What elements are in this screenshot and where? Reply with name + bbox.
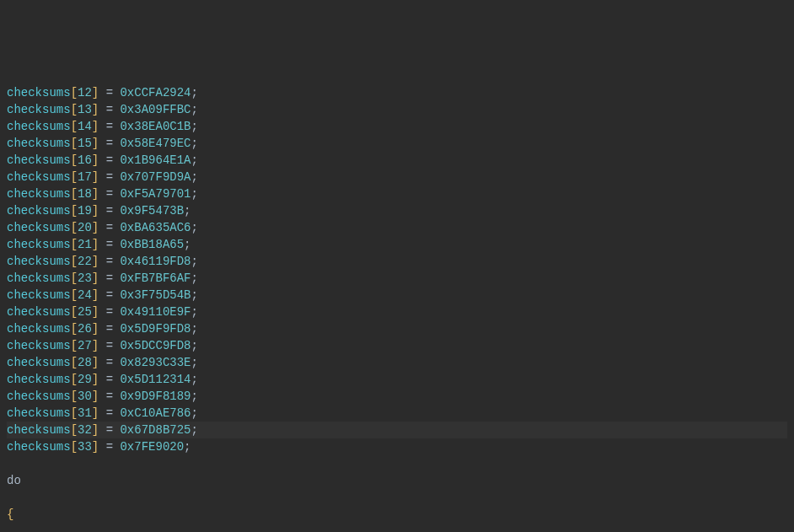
code-line: { [7,506,787,523]
hex-value: 0x1B964E1A [120,153,190,167]
hex-value: 0x707F9D9A [120,170,190,184]
index-number: 15 [78,137,92,150]
code-line: checksums[17] = 0x707F9D9A; [7,169,787,185]
bracket: ] [92,137,99,150]
bracket: [ [71,440,78,454]
index-number: 28 [78,356,92,369]
code-line: checksums[15] = 0x58E479EC; [7,135,787,152]
semicolon: ; [190,170,197,184]
code-line: checksums[31] = 0xC10AE786; [7,405,787,422]
hex-value: 0x46119FD8 [120,255,190,268]
bracket: [ [71,356,78,369]
semicolon: ; [184,440,190,454]
id-checksums: checksums [7,288,71,302]
bracket: ] [92,373,99,386]
id-checksums: checksums [7,120,71,133]
semicolon: ; [190,221,197,234]
bracket: [ [71,187,78,201]
id-checksums: checksums [7,153,71,167]
id-checksums: checksums [7,423,71,437]
bracket: [ [71,406,78,420]
hex-value: 0x9F5473B [120,204,184,218]
semicolon: ; [190,373,197,386]
op-assign: = [99,120,120,133]
op-assign: = [99,322,120,336]
id-checksums: checksums [7,86,71,99]
code-line: checksums[14] = 0x38EA0C1B; [7,118,787,135]
id-checksums: checksums [7,440,71,454]
hex-value: 0xBB18A65 [120,238,184,251]
index-number: 18 [78,187,92,201]
op-assign: = [99,271,120,285]
bracket: [ [71,153,78,167]
hex-value: 0xC10AE786 [120,406,190,420]
id-checksums: checksums [7,339,71,352]
code-line: checksums[13] = 0x3A09FFBC; [7,101,787,118]
code-line: checksums[28] = 0x8293C33E; [7,354,787,371]
code-line: checksums[18] = 0xF5A79701; [7,185,787,202]
index-number: 22 [78,255,92,268]
semicolon: ; [190,86,197,99]
op-assign: = [99,373,120,386]
hex-value: 0x3A09FFBC [120,103,190,116]
semicolon: ; [184,204,190,218]
hex-value: 0x49110E9F [120,305,190,319]
semicolon: ; [190,339,197,352]
id-checksums: checksums [7,305,71,319]
code-line: checksums[23] = 0xFB7BF6AF; [7,270,787,287]
index-number: 23 [78,271,92,285]
hex-value: 0x3F75D54B [120,288,190,302]
op-assign: = [99,187,120,201]
bracket: ] [92,406,99,420]
hex-value: 0xFB7BF6AF [120,271,190,285]
op-assign: = [99,137,120,150]
code-line: checksums[26] = 0x5D9F9FD8; [7,320,787,337]
semicolon: ; [190,305,197,319]
semicolon: ; [190,288,197,302]
bracket: [ [71,120,78,133]
id-checksums: checksums [7,390,71,403]
bracket: [ [71,339,78,352]
index-number: 14 [78,120,92,133]
op-assign: = [99,103,120,116]
op-assign: = [99,406,120,420]
code-line: checksums[27] = 0x5DCC9FD8; [7,337,787,354]
id-checksums: checksums [7,373,71,386]
bracket: [ [71,170,78,184]
op-assign: = [99,356,120,369]
op-assign: = [99,423,120,437]
index-number: 31 [78,406,92,420]
index-number: 17 [78,170,92,184]
op-assign: = [99,390,120,403]
id-checksums: checksums [7,170,71,184]
code-line: checksums[22] = 0x46119FD8; [7,253,787,270]
semicolon: ; [190,255,197,268]
hex-value: 0x5D112314 [120,373,190,386]
bracket: [ [71,288,78,302]
bracket: ] [92,440,99,454]
index-number: 29 [78,373,92,386]
code-line: checksums[19] = 0x9F5473B; [7,202,787,219]
bracket: ] [92,255,99,268]
hex-value: 0x8293C33E [120,356,190,369]
bracket: ] [92,356,99,369]
bracket: [ [71,86,78,99]
id-checksums: checksums [7,356,71,369]
code-line: checksums[33] = 0x7FE9020; [7,438,787,455]
index-number: 25 [78,305,92,319]
code-editor[interactable]: checksums[12] = 0xCCFA2924;checksums[13]… [0,67,794,532]
bracket: ] [92,390,99,403]
hex-value: 0x58E479EC [120,137,190,150]
bracket: ] [92,288,99,302]
bracket: [ [71,255,78,268]
keyword-do: do [7,474,21,487]
id-checksums: checksums [7,238,71,251]
bracket: ] [92,305,99,319]
id-checksums: checksums [7,255,71,268]
op-assign: = [99,238,120,251]
bracket: [ [71,238,78,251]
bracket: ] [92,170,99,184]
hex-value: 0x5DCC9FD8 [120,339,190,352]
bracket: ] [92,120,99,133]
brace-open: { [7,508,13,521]
